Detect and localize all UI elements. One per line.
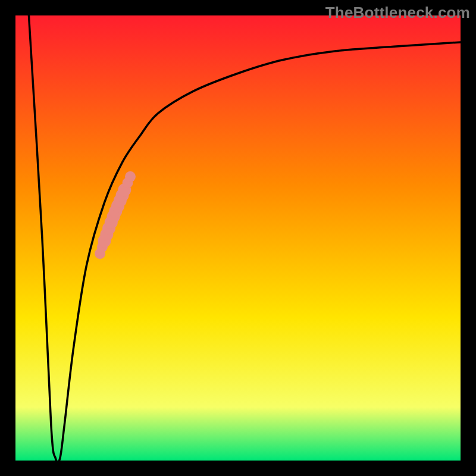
highlight-dot	[125, 171, 136, 182]
plot-area	[15, 15, 461, 461]
watermark-text: TheBottleneck.com	[325, 4, 470, 22]
chart-root: TheBottleneck.com	[0, 0, 476, 476]
bottleneck-chart	[0, 0, 476, 476]
